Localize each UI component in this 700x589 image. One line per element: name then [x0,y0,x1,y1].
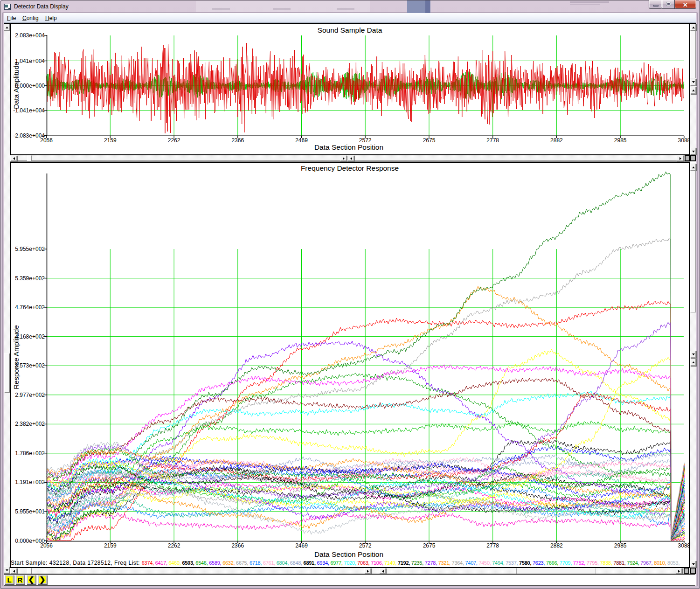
svg-text:2675: 2675 [423,137,436,144]
svg-text:2882: 2882 [550,542,563,549]
svg-text:2262: 2262 [168,137,180,144]
svg-text:2.382e+002: 2.382e+002 [15,421,45,427]
svg-text:2572: 2572 [359,542,372,549]
svg-text:2262: 2262 [168,542,180,549]
svg-text:Data Section Position: Data Section Position [314,550,383,558]
svg-text:1.191e+002: 1.191e+002 [15,479,45,485]
svg-text:2675: 2675 [423,542,436,549]
svg-text:2.977e+002: 2.977e+002 [15,392,45,398]
svg-text:2159: 2159 [104,542,117,549]
svg-text:Data Section Position: Data Section Position [314,143,383,151]
svg-text:2.083e+004: 2.083e+004 [15,32,45,39]
svg-text:Data Amplitude: Data Amplitude [12,62,20,109]
svg-text:2985: 2985 [614,542,627,549]
svg-text:3088: 3088 [678,542,689,549]
svg-text:2056: 2056 [40,137,53,144]
svg-text:2778: 2778 [486,137,499,144]
svg-text:2056: 2056 [40,542,53,549]
svg-text:2882: 2882 [550,137,563,144]
svg-text:Frequency Detector Response: Frequency Detector Response [301,164,399,172]
svg-text:Sound Sample Data: Sound Sample Data [318,26,382,34]
svg-text:4.764e+002: 4.764e+002 [15,304,45,311]
svg-text:Response Amplitude: Response Amplitude [12,325,20,389]
svg-text:1.786e+002: 1.786e+002 [15,450,45,457]
svg-text:2572: 2572 [359,137,372,144]
svg-text:5.955e+001: 5.955e+001 [15,508,45,515]
svg-text:5.955e+002: 5.955e+002 [15,246,45,252]
svg-text:2469: 2469 [295,542,308,549]
svg-text:2985: 2985 [614,137,627,144]
svg-text:2366: 2366 [231,137,244,144]
svg-text:5.359e+002: 5.359e+002 [15,275,45,282]
svg-text:2366: 2366 [231,542,244,549]
svg-text:2778: 2778 [486,542,499,549]
svg-text:3088: 3088 [678,137,689,144]
svg-text:2159: 2159 [104,137,117,144]
svg-text:2469: 2469 [295,137,308,144]
